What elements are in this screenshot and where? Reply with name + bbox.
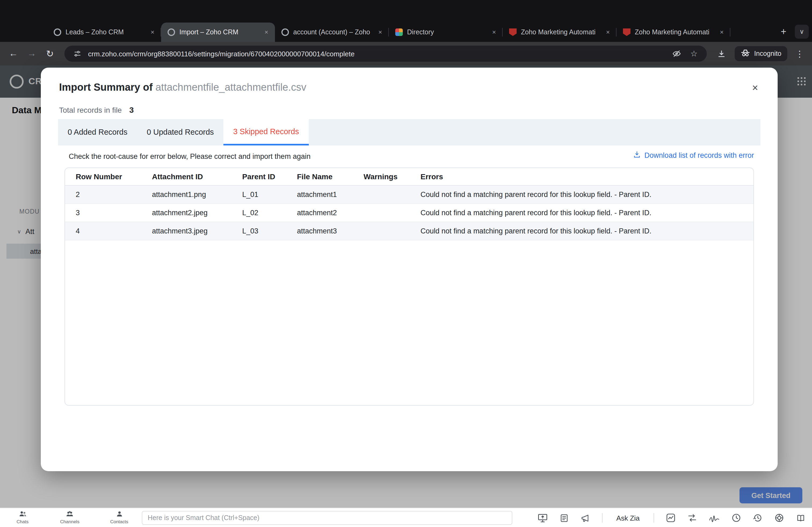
tab-title: Leads – Zoho CRM xyxy=(66,28,144,36)
browser-tab-strip: Leads – Zoho CRM × Import – Zoho CRM × a… xyxy=(0,0,812,42)
smart-chat-input[interactable] xyxy=(142,511,512,525)
cell-row-number: 3 xyxy=(76,209,152,217)
cell-parent-id: L_01 xyxy=(242,191,297,199)
incognito-icon xyxy=(741,49,751,59)
shuffle-icon[interactable] xyxy=(687,514,697,522)
cell-errors: Could not find a matching parent record … xyxy=(420,227,743,235)
tab-skipped-records[interactable]: 3 Skipped Records xyxy=(223,119,308,146)
zia-signature-icon[interactable] xyxy=(709,514,720,522)
col-header: Attachment ID xyxy=(152,172,242,181)
close-icon[interactable]: × xyxy=(748,80,763,95)
total-records-row: Total records in file 3 xyxy=(59,105,134,114)
eye-off-icon[interactable] xyxy=(670,47,683,60)
new-tab-button[interactable]: + xyxy=(777,25,791,39)
separator xyxy=(654,513,654,523)
skipped-records-table: Row Number Attachment ID Parent ID File … xyxy=(64,167,754,406)
url-text: crm.zoho.com/crm/org883800116/settings/m… xyxy=(88,50,355,58)
browser-tab-directory[interactable]: Directory × xyxy=(389,22,503,42)
browser-tab-account[interactable]: account (Account) – Zoho × xyxy=(275,22,389,42)
cell-file-name: attachment1 xyxy=(297,191,364,199)
cell-attachment-id: attachment1.png xyxy=(152,191,242,199)
browser-toolbar: ← → ↻ crm.zoho.com/crm/org883800116/sett… xyxy=(0,42,812,65)
tab-close-icon[interactable]: × xyxy=(262,28,271,36)
browser-menu-icon[interactable]: ⋮ xyxy=(793,48,807,59)
col-header: Row Number xyxy=(76,172,152,181)
download-link-label: Download list of records with error xyxy=(644,151,754,160)
cell-parent-id: L_03 xyxy=(242,227,297,235)
col-header: Parent ID xyxy=(242,172,297,181)
tab-close-icon[interactable]: × xyxy=(148,28,157,36)
summary-tabs: 0 Added Records 0 Updated Records 3 Skip… xyxy=(58,119,760,146)
cell-errors: Could not find a matching parent record … xyxy=(420,191,743,199)
tab-title: Zoho Marketing Automati xyxy=(635,28,713,36)
channels-label: Channels xyxy=(60,519,79,524)
zoho-crm-favicon xyxy=(281,28,289,36)
cell-row-number: 4 xyxy=(76,227,152,235)
separator xyxy=(602,513,602,523)
tab-close-icon[interactable]: × xyxy=(604,28,612,36)
incognito-label: Incognito xyxy=(754,50,781,57)
announcement-icon[interactable] xyxy=(580,513,590,523)
back-icon[interactable]: ← xyxy=(5,46,21,62)
browser-tab-import[interactable]: Import – Zoho CRM × xyxy=(161,22,275,42)
incognito-badge: Incognito xyxy=(735,46,787,61)
col-header: Warnings xyxy=(364,172,420,181)
download-icon[interactable] xyxy=(713,46,729,62)
total-records-value: 3 xyxy=(129,105,134,114)
zia-insights-icon[interactable] xyxy=(666,513,676,523)
tab-close-icon[interactable]: × xyxy=(717,28,726,36)
zoho-marketing-favicon xyxy=(623,28,630,36)
download-small-icon xyxy=(633,151,641,160)
screen-share-icon[interactable] xyxy=(537,513,548,523)
table-header-row: Row Number Attachment ID Parent ID File … xyxy=(65,168,753,186)
tab-title: account (Account) – Zoho xyxy=(293,28,372,36)
error-note: Check the root-cause for error below, Pl… xyxy=(69,152,310,161)
browser-tab-marketing-1[interactable]: Zoho Marketing Automati × xyxy=(503,22,617,42)
cell-file-name: attachment3 xyxy=(297,227,364,235)
bottom-chat-bar: Chats Channels Contacts Ask Zia xyxy=(0,508,812,527)
browser-tab-marketing-2[interactable]: Zoho Marketing Automati × xyxy=(617,22,730,42)
col-header: Errors xyxy=(420,172,743,181)
modal-title-filename: attachmentfile_attachmentfile.csv xyxy=(156,81,306,93)
tasks-icon[interactable] xyxy=(559,513,568,523)
chats-button[interactable]: Chats xyxy=(6,510,39,524)
cell-attachment-id: attachment2.jpeg xyxy=(152,209,242,217)
zoho-marketing-favicon xyxy=(509,28,517,36)
total-records-label: Total records in file xyxy=(59,106,122,114)
browser-tabs: Leads – Zoho CRM × Import – Zoho CRM × a… xyxy=(47,22,730,42)
zoho-crm-favicon xyxy=(168,28,175,36)
browser-tab-leads[interactable]: Leads – Zoho CRM × xyxy=(47,22,161,42)
reload-icon[interactable]: ↻ xyxy=(42,46,58,62)
table-row: 3 attachment2.jpeg L_02 attachment2 Coul… xyxy=(65,204,753,222)
tab-title: Directory xyxy=(407,28,485,36)
bookmark-star-icon[interactable]: ☆ xyxy=(688,47,700,60)
channels-button[interactable]: Channels xyxy=(54,510,86,524)
book-icon[interactable] xyxy=(796,513,806,523)
address-bar[interactable]: crm.zoho.com/crm/org883800116/settings/m… xyxy=(64,46,707,62)
clock-icon[interactable] xyxy=(731,513,741,523)
zoho-crm-favicon xyxy=(54,28,61,36)
tab-title: Zoho Marketing Automati xyxy=(521,28,599,36)
modal-title: Import Summary of attachmentfile_attachm… xyxy=(59,81,306,93)
site-settings-icon[interactable] xyxy=(71,47,84,60)
col-header: File Name xyxy=(297,172,364,181)
contacts-button[interactable]: Contacts xyxy=(103,510,135,524)
cell-errors: Could not find a matching parent record … xyxy=(420,209,743,217)
chats-label: Chats xyxy=(17,519,28,524)
tab-search-button[interactable]: ∨ xyxy=(795,25,809,39)
download-error-records-link[interactable]: Download list of records with error xyxy=(633,151,754,160)
cell-file-name: attachment2 xyxy=(297,209,364,217)
ask-zia-button[interactable]: Ask Zia xyxy=(614,514,642,522)
modal-title-prefix: Import Summary of xyxy=(59,81,156,93)
screen: Leads – Zoho CRM × Import – Zoho CRM × a… xyxy=(0,0,812,527)
table-row: 2 attachment1.png L_01 attachment1 Could… xyxy=(65,186,753,204)
history-icon[interactable] xyxy=(753,513,763,523)
tab-updated-records[interactable]: 0 Updated Records xyxy=(137,119,224,146)
tab-added-records[interactable]: 0 Added Records xyxy=(58,119,137,146)
help-icon[interactable] xyxy=(774,513,784,523)
tab-close-icon[interactable]: × xyxy=(490,28,498,36)
tab-title: Import – Zoho CRM xyxy=(179,28,258,36)
forward-icon[interactable]: → xyxy=(24,46,40,62)
cell-row-number: 2 xyxy=(76,191,152,199)
tab-close-icon[interactable]: × xyxy=(376,28,385,36)
